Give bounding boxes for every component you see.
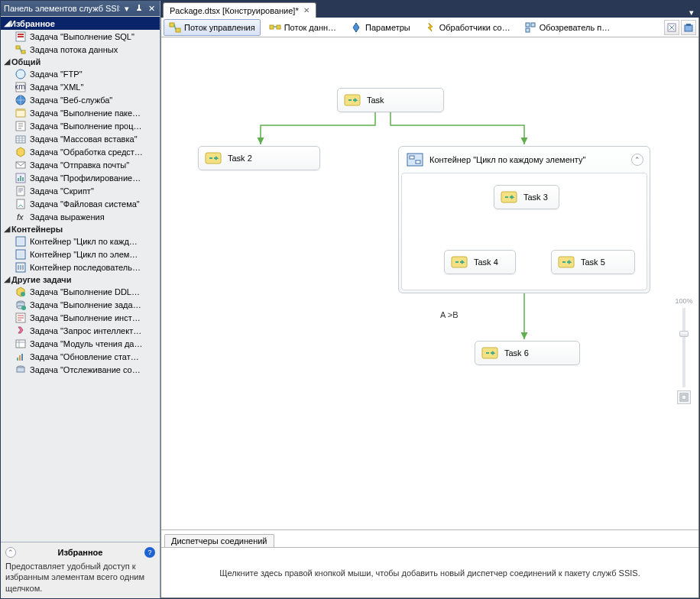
toolbox-item[interactable]: Задача "Выполнение DDL… [1, 285, 160, 298]
close-icon[interactable]: ✕ [303, 6, 309, 15]
chevron-up-icon[interactable]: ⌃ [5, 547, 16, 558]
svg-rect-19 [17, 199, 24, 209]
svg-rect-50 [407, 154, 423, 166]
dropdown-icon[interactable]: ▾ [122, 3, 132, 14]
connection-managers-body[interactable]: Щелкните здесь правой кнопкой мыши, чтоб… [161, 547, 698, 597]
svg-rect-15 [18, 178, 19, 181]
svg-rect-48 [345, 95, 360, 105]
toolbox-item[interactable]: Задача потока данных [1, 43, 160, 56]
toolbox-item[interactable]: Задача "Профилирование… [1, 171, 160, 184]
controlflow-canvas[interactable]: Task Task 2 Контейнер "Цикл по каждому э… [161, 37, 698, 529]
document-menu-icon[interactable]: ▾ [687, 8, 696, 18]
document-tab[interactable]: Package.dtsx [Конструирование]* ✕ [163, 2, 316, 18]
task-node[interactable]: Task 6 [475, 341, 580, 365]
toolbox-item-label: Задача "Выполнение DDL… [30, 287, 140, 296]
toolbox-item[interactable]: Задача "Скрипт" [1, 184, 160, 197]
toolbox-item[interactable]: Задача "Отправка почты" [1, 158, 160, 171]
toolbox-item[interactable]: Задача "FTP" [1, 67, 160, 80]
toolbox-group-common: ◢ Общий Задача "FTP" xmlЗадача "XML" Зад… [1, 56, 160, 223]
toolbox-item-label: Задача "Обработка средст… [30, 147, 143, 157]
task-node[interactable]: Task [337, 88, 444, 112]
close-icon[interactable]: ✕ [146, 3, 157, 14]
task-node[interactable]: Task 5 [551, 250, 635, 274]
toolbox-item[interactable]: Контейнер последователь… [1, 261, 160, 274]
svg-rect-55 [559, 257, 574, 267]
svg-rect-16 [20, 176, 21, 181]
toolbox-item[interactable]: Задача "Выполнение зада… [1, 298, 160, 311]
tab-dataflow[interactable]: Поток данн… [264, 19, 342, 36]
toolbox-group-header[interactable]: ◢ Общий [1, 56, 160, 67]
svg-text:xml: xml [15, 82, 26, 91]
toolbox-item[interactable]: Контейнер "Цикл по элем… [1, 248, 160, 261]
task-node[interactable]: Task 4 [444, 250, 516, 274]
profiling-icon [15, 172, 27, 184]
dm-query-icon [15, 325, 27, 337]
toolbox-item-label: Задача "Массовая вставка" [30, 134, 138, 144]
toolbox-item-label: Задача "Скрипт" [30, 186, 94, 196]
svg-point-30 [21, 306, 26, 310]
toolbox-item[interactable]: Задача "Выполнение инст… [1, 311, 160, 324]
tab-parameters[interactable]: Параметры [345, 19, 416, 36]
zoom-slider[interactable]: 100% [676, 297, 692, 404]
tab-eventhandlers[interactable]: Обработчики со… [419, 19, 516, 36]
pin-icon[interactable] [134, 3, 144, 14]
toolbox-item[interactable]: xmlЗадача "XML" [1, 80, 160, 93]
svg-rect-34 [19, 355, 21, 361]
zoom-thumb[interactable] [679, 331, 689, 337]
group-label: Контейнеры [11, 225, 63, 234]
toolbox-item[interactable]: Задача "Выполнение SQL" [1, 30, 160, 43]
tab-connection-managers[interactable]: Диспетчеры соединений [164, 534, 274, 547]
foreach-container[interactable]: Контейнер "Цикл по каждому элементу" ⌃ T… [398, 146, 650, 293]
task-node[interactable]: Task 3 [494, 185, 559, 209]
tab-label: Поток данн… [284, 23, 336, 32]
dataflow-task-icon [15, 44, 27, 56]
toolbox-item[interactable]: Задача "Обработка средст… [1, 145, 160, 158]
toolbox-group-containers: ◢ Контейнеры Контейнер "Цикл по кажд… Ко… [1, 223, 160, 274]
variables-button[interactable] [664, 20, 679, 35]
container-body[interactable]: Task 3 Task 4 Task 5 [401, 173, 647, 290]
toolbox-item-label: Задача "XML" [30, 83, 83, 92]
svg-rect-24 [18, 251, 24, 257]
toolbox-item[interactable]: Задача "Выполнение паке… [1, 106, 160, 119]
toolbox-item[interactable]: Задача "Массовая вставка" [1, 132, 160, 145]
toolbox-item-label: Задача "Выполнение проц… [30, 121, 141, 131]
bulk-insert-icon [15, 133, 27, 145]
toolbox-item[interactable]: Задача "Веб-служба" [1, 93, 160, 106]
toolbox-group-header[interactable]: ◢ Другие задачи [1, 274, 160, 285]
toolbox-header: Панель элементов служб SSIS ▾ ✕ [1, 1, 160, 16]
container-header[interactable]: Контейнер "Цикл по каждому элементу" ⌃ [399, 147, 650, 173]
svg-rect-1 [18, 34, 24, 35]
toolbox-item[interactable]: Задача "Выполнение проц… [1, 119, 160, 132]
toolbox-item[interactable]: Задача "Обновление стат… [1, 350, 160, 363]
zoom-track[interactable] [682, 308, 685, 387]
toolbox-item[interactable]: Задача "Запрос интеллект… [1, 324, 160, 337]
process-cube-icon [15, 146, 27, 158]
task-label: Task 3 [523, 193, 548, 202]
task-node[interactable]: Task 2 [198, 146, 320, 170]
toolbox-group-header[interactable]: ◢ Контейнеры [1, 223, 160, 235]
chevron-up-icon[interactable]: ⌃ [631, 154, 643, 166]
info-icon[interactable]: ? [144, 547, 155, 558]
toolbox-item[interactable]: Задача "Файловая система" [1, 197, 160, 210]
ssis-toolbox-button[interactable] [681, 20, 696, 35]
toolbox-item[interactable]: Задача "Отслеживание со… [1, 363, 160, 376]
tab-controlflow[interactable]: Поток управления [164, 19, 261, 36]
help-title: Избранное [58, 548, 103, 557]
collapse-triangle-icon: ◢ [4, 57, 11, 66]
zoom-fit-button[interactable] [677, 390, 691, 404]
toolbox-list[interactable]: ◢ Избранное Задача "Выполнение SQL" Зада… [1, 16, 160, 542]
toolbox-item[interactable]: fxЗадача выражения [1, 210, 160, 223]
svg-rect-49 [206, 153, 221, 164]
toolbox-item-label: Задача "Выполнение SQL" [30, 32, 134, 41]
svg-rect-22 [18, 238, 24, 244]
toolbox-item[interactable]: Контейнер "Цикл по кажд… [1, 235, 160, 248]
toolbox-group-header[interactable]: ◢ Избранное [1, 17, 160, 30]
web-task-icon [15, 94, 27, 106]
tab-label: Параметры [365, 23, 410, 32]
tab-explorer[interactable]: Обозреватель п… [519, 19, 616, 36]
task-icon [449, 254, 469, 270]
toolbox-item[interactable]: Задача "Модуль чтения да… [1, 337, 160, 350]
data-reader-icon [15, 338, 27, 350]
svg-rect-47 [686, 24, 691, 26]
svg-rect-46 [685, 25, 692, 31]
